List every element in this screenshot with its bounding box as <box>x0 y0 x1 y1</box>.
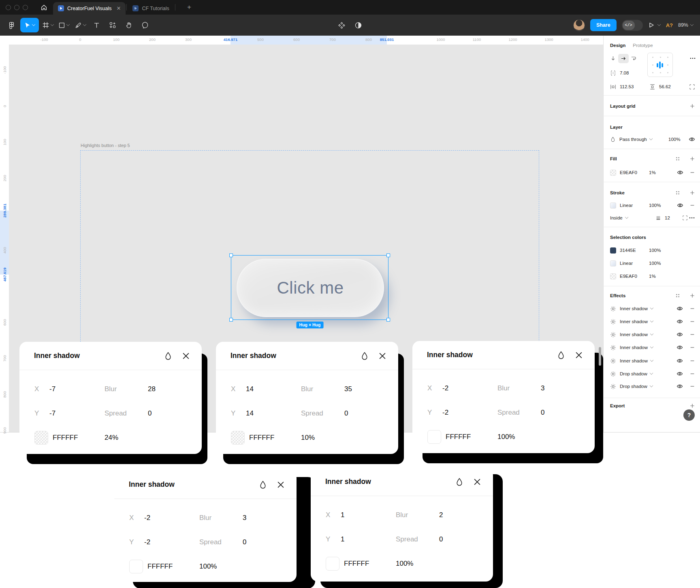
stroke-styles-button[interactable] <box>675 190 681 196</box>
remove-effect-button[interactable] <box>689 332 695 337</box>
effect-type[interactable]: Inner shadow <box>620 319 648 324</box>
remove-effect-button[interactable] <box>689 383 695 389</box>
shadow-hex-value[interactable]: FFFFFF <box>446 433 497 441</box>
shadow-color-swatch[interactable] <box>34 431 48 445</box>
y-value[interactable]: -2 <box>144 538 199 546</box>
fill-visibility-toggle[interactable] <box>677 169 683 176</box>
color-hex[interactable]: Linear <box>620 261 649 266</box>
color-opacity[interactable]: 100% <box>649 248 677 253</box>
stroke-position-value[interactable]: Inside <box>610 215 623 220</box>
y-value[interactable]: -2 <box>442 409 497 417</box>
close-dialog-button[interactable] <box>275 479 286 490</box>
color-hex[interactable]: 31445E <box>620 248 649 253</box>
chevron-down-icon[interactable] <box>50 23 53 26</box>
hand-tool-button[interactable] <box>122 18 136 32</box>
y-value[interactable]: -7 <box>49 409 105 418</box>
y-value[interactable]: 1 <box>341 535 396 543</box>
shadow-opacity-value[interactable]: 100% <box>396 560 413 568</box>
shadow-opacity-value[interactable]: 100% <box>199 562 217 571</box>
chevron-down-icon[interactable] <box>32 23 35 26</box>
selection-handle[interactable] <box>229 254 233 257</box>
blur-value[interactable]: 2 <box>439 511 443 519</box>
actions-tool-button[interactable] <box>105 18 120 32</box>
missing-fonts-badge[interactable]: A? <box>666 22 673 28</box>
tab-design[interactable]: Design <box>610 43 625 48</box>
zoom-window-button[interactable] <box>23 5 28 10</box>
blend-mode-value[interactable]: Pass through <box>619 137 647 142</box>
add-export-button[interactable] <box>689 403 695 409</box>
color-opacity[interactable]: 100% <box>649 261 677 266</box>
add-fill-button[interactable] <box>689 156 695 162</box>
layer-visibility-toggle[interactable] <box>689 136 695 143</box>
stroke-color-swatch[interactable] <box>610 202 616 209</box>
spread-value[interactable]: 0 <box>541 409 544 417</box>
blend-mode-button[interactable] <box>163 351 173 361</box>
effect-visibility-toggle[interactable] <box>677 371 683 377</box>
blur-value[interactable]: 28 <box>148 385 156 393</box>
blur-value[interactable]: 3 <box>541 384 544 392</box>
minimize-window-button[interactable] <box>14 5 19 10</box>
effect-type[interactable]: Drop shadow <box>620 371 647 376</box>
add-effect-button[interactable] <box>689 293 695 298</box>
close-window-button[interactable] <box>6 5 11 10</box>
effect-type[interactable]: Inner shadow <box>620 345 648 350</box>
stroke-opacity-value[interactable]: 100% <box>649 203 677 208</box>
tab-prototype[interactable]: Prototype <box>633 43 653 48</box>
gap-value[interactable]: 7.08 <box>620 70 629 75</box>
comment-tool-button[interactable] <box>138 18 152 32</box>
close-dialog-button[interactable] <box>181 351 191 361</box>
chevron-down-icon[interactable] <box>83 23 86 26</box>
shadow-opacity-value[interactable]: 10% <box>301 434 315 442</box>
blend-mode-button[interactable] <box>454 477 465 487</box>
main-menu-button[interactable] <box>4 18 19 32</box>
remove-fill-button[interactable] <box>689 170 695 175</box>
remove-effect-button[interactable] <box>689 319 695 324</box>
frame-name-label[interactable]: Highlights button - step 5 <box>81 143 130 148</box>
theme-toggle-button[interactable] <box>354 21 362 29</box>
effect-visibility-toggle[interactable] <box>677 358 683 364</box>
effect-visibility-toggle[interactable] <box>677 318 683 325</box>
x-value[interactable]: -7 <box>49 385 105 393</box>
user-avatar[interactable] <box>573 19 585 31</box>
y-value[interactable]: 14 <box>246 409 301 418</box>
spread-value[interactable]: 0 <box>148 409 152 418</box>
shadow-hex-value[interactable]: FFFFFF <box>147 562 199 571</box>
layer-opacity-value[interactable]: 100% <box>668 137 680 142</box>
shadow-hex-value[interactable]: FFFFFF <box>344 560 396 568</box>
effects-styles-button[interactable] <box>675 293 681 298</box>
fill-opacity-value[interactable]: 1% <box>649 170 677 175</box>
wrap-icon[interactable] <box>631 55 637 62</box>
share-button[interactable]: Share <box>590 19 617 31</box>
close-tab-icon[interactable]: ✕ <box>117 5 121 11</box>
direction-horizontal-selected[interactable] <box>618 54 629 63</box>
x-value[interactable]: -2 <box>144 514 199 522</box>
shadow-hex-value[interactable]: FFFFFF <box>53 434 105 442</box>
fill-hex-value[interactable]: E9EAF0 <box>620 170 649 175</box>
effect-type[interactable]: Drop shadow <box>620 384 647 389</box>
more-options-button[interactable] <box>689 55 696 62</box>
move-tool-button[interactable] <box>20 18 39 32</box>
blend-mode-button[interactable] <box>258 479 268 490</box>
shadow-color-swatch[interactable] <box>326 557 339 571</box>
dev-mode-toggle[interactable]: </> <box>622 20 643 31</box>
blur-value[interactable]: 3 <box>243 514 246 522</box>
close-dialog-button[interactable] <box>574 350 584 360</box>
spread-value[interactable]: 0 <box>439 535 443 543</box>
present-button[interactable] <box>648 22 661 28</box>
assets-resources-button[interactable] <box>338 21 346 29</box>
color-swatch[interactable] <box>610 247 616 254</box>
remove-effect-button[interactable] <box>689 345 695 350</box>
horizontal-padding-value[interactable]: 112.53 <box>620 84 634 89</box>
x-value[interactable]: -2 <box>442 384 497 392</box>
shape-tool-button[interactable] <box>57 18 71 32</box>
shadow-color-swatch[interactable] <box>129 560 143 573</box>
selection-handle[interactable] <box>386 254 390 257</box>
stroke-visibility-toggle[interactable] <box>677 202 683 209</box>
remove-effect-button[interactable] <box>689 358 695 364</box>
effect-visibility-toggle[interactable] <box>677 305 683 312</box>
individual-strokes-icon[interactable] <box>682 215 688 221</box>
home-button[interactable] <box>38 2 50 13</box>
remove-stroke-button[interactable] <box>689 202 695 208</box>
x-value[interactable]: 1 <box>341 511 396 519</box>
effect-visibility-toggle[interactable] <box>677 383 683 390</box>
